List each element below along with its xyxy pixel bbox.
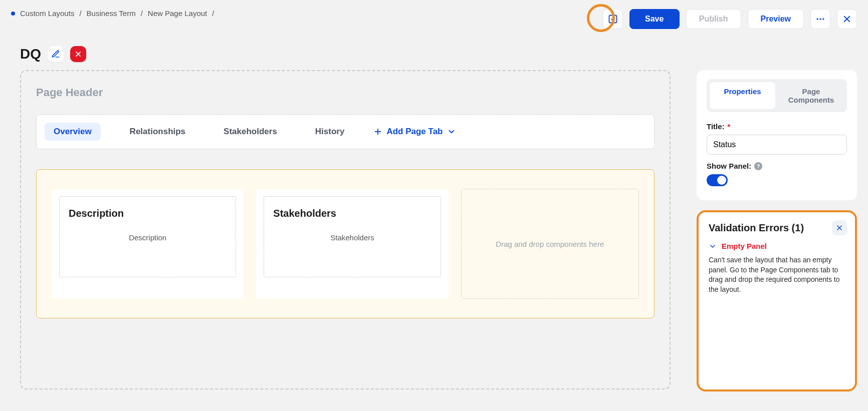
validation-error-name: Empty Panel — [722, 242, 767, 250]
side-tab-components[interactable]: Page Components — [778, 82, 844, 109]
publish-button[interactable]: Publish — [686, 9, 741, 29]
save-button[interactable]: Save — [629, 9, 680, 29]
properties-card: Properties Page Components Title:* Show … — [697, 70, 857, 200]
close-icon — [75, 51, 82, 58]
panels-row: Description Description Stakeholders Sta… — [36, 169, 655, 318]
help-icon[interactable]: ? — [754, 162, 762, 170]
side-tab-properties[interactable]: Properties — [710, 82, 775, 109]
plus-icon — [373, 127, 382, 136]
breadcrumb-dot — [11, 12, 15, 16]
close-icon — [836, 224, 843, 231]
checkmark-box-icon — [608, 14, 618, 24]
validation-errors-card: Validation Errors (1) Empty Panel Can't … — [697, 210, 857, 391]
close-icon — [842, 15, 851, 24]
breadcrumb-link-1[interactable]: Business Term — [87, 9, 136, 18]
tab-stakeholders[interactable]: Stakeholders — [214, 123, 286, 141]
page-header-label: Page Header — [36, 86, 655, 99]
breadcrumb-link-2[interactable]: New Page Layout — [148, 9, 207, 18]
preview-button[interactable]: Preview — [748, 9, 804, 29]
validation-error-desc: Can't save the layout that has an empty … — [709, 255, 845, 294]
chevron-down-icon — [447, 127, 456, 136]
panel-title: Stakeholders — [273, 208, 431, 219]
page-title: DQ — [20, 46, 41, 62]
add-page-tab-label: Add Page Tab — [386, 127, 443, 137]
panel-title: Description — [69, 208, 227, 219]
svg-point-1 — [817, 18, 818, 20]
validation-error-item[interactable]: Empty Panel — [709, 242, 845, 250]
delete-title-button[interactable] — [70, 46, 86, 62]
add-page-tab-button[interactable]: Add Page Tab — [373, 127, 456, 137]
breadcrumb: Custom Layouts / Business Term / New Pag… — [11, 9, 214, 18]
panel-description[interactable]: Description Description — [52, 189, 244, 299]
panel-stakeholders[interactable]: Stakeholders Stakeholders — [256, 189, 448, 299]
more-horizontal-icon — [815, 14, 825, 24]
svg-point-3 — [822, 18, 824, 20]
chevron-down-icon — [709, 242, 717, 250]
toolbar: Save Publish Preview — [603, 9, 857, 29]
page-tabs-card: Overview Relationships Stakeholders Hist… — [36, 114, 655, 149]
panel-sub: Stakeholders — [273, 233, 431, 242]
validate-button[interactable] — [603, 9, 623, 29]
layout-canvas: Page Header Overview Relationships Stake… — [20, 70, 671, 389]
validation-close-button[interactable] — [832, 220, 847, 235]
more-button[interactable] — [810, 9, 830, 29]
breadcrumb-link-0[interactable]: Custom Layouts — [20, 9, 74, 18]
tab-overview[interactable]: Overview — [45, 123, 101, 141]
svg-point-2 — [819, 18, 821, 20]
show-panel-toggle[interactable] — [707, 174, 728, 186]
title-field-label: Title:* — [707, 122, 847, 131]
pencil-icon — [51, 50, 60, 59]
show-panel-label: Show Panel: ? — [707, 162, 847, 170]
drop-target[interactable]: Drag and drop components here — [461, 189, 639, 299]
right-sidebar: Properties Page Components Title:* Show … — [697, 70, 857, 391]
edit-title-button[interactable] — [48, 46, 64, 62]
tab-relationships[interactable]: Relationships — [121, 123, 194, 141]
validation-title: Validation Errors (1) — [709, 222, 845, 234]
panel-sub: Description — [69, 233, 227, 242]
close-button[interactable] — [837, 9, 857, 29]
title-input[interactable] — [707, 135, 847, 155]
tab-history[interactable]: History — [306, 123, 354, 141]
drop-hint: Drag and drop components here — [496, 240, 604, 248]
